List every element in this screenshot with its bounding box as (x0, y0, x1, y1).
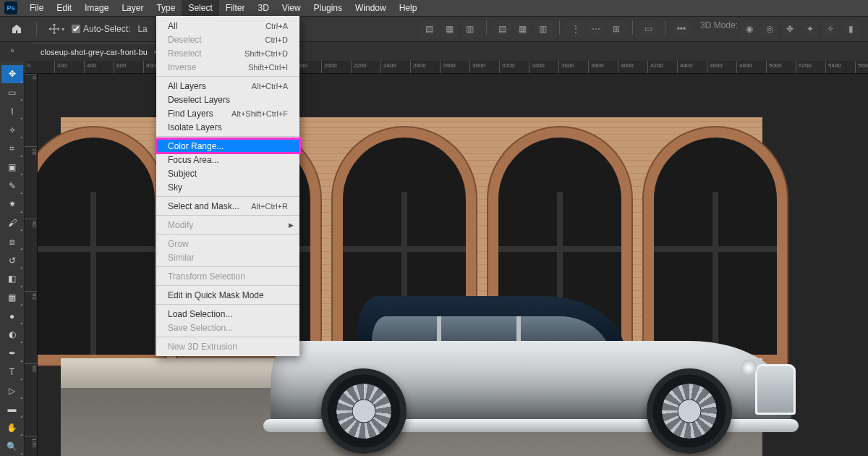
distribute-h-icon[interactable]: ⋮ (567, 20, 584, 38)
menu-3d[interactable]: 3D (251, 0, 275, 16)
ruler-tick: 200 (54, 61, 67, 74)
ruler-tick: 2400 (380, 61, 396, 74)
autoselect-input[interactable] (72, 25, 80, 33)
menuitem-shortcut: Alt+Ctrl+A (252, 82, 288, 90)
menuitem-sky[interactable]: Sky (156, 180, 299, 194)
toolbar-collapse-icon[interactable]: » (0, 42, 25, 58)
menuitem-subject[interactable]: Subject (156, 166, 299, 180)
menuitem-label: Deselect Layers (168, 95, 230, 105)
tool-zoom[interactable]: 🔍 (1, 437, 23, 455)
align-top-icon[interactable]: ▤ (494, 20, 511, 38)
menuitem-isolate-layers[interactable]: Isolate Layers (156, 120, 299, 134)
distribute-v-icon[interactable]: ⋯ (587, 20, 605, 38)
layer-dropdown[interactable]: La (137, 24, 147, 34)
menuitem-shortcut: Ctrl+D (265, 35, 288, 44)
menuitem-select-and-mask[interactable]: Select and Mask...Alt+Ctrl+R (156, 199, 299, 213)
menuitem-deselect: DeselectCtrl+D (156, 33, 299, 46)
autoselect-label: Auto-Select: (83, 24, 130, 34)
menu-select[interactable]: Select (182, 0, 218, 16)
3d-orbit-icon[interactable]: ◉ (741, 20, 758, 38)
tool-move[interactable]: ✥ (1, 65, 23, 83)
menuitem-label: Edit in Quick Mask Mode (168, 290, 264, 300)
tool-eyedrop[interactable]: ✎ (1, 177, 23, 195)
separator (559, 20, 560, 35)
menuitem-all[interactable]: AllCtrl+A (156, 19, 299, 33)
ruler-vertical: 020406080100 (25, 74, 38, 456)
3d-camera-icon[interactable]: ▮ (842, 20, 859, 38)
tool-lasso[interactable]: ⌇ (1, 102, 23, 120)
menuitem-label: Color Range... (168, 141, 224, 151)
menu-plugins[interactable]: Plugins (307, 0, 349, 16)
app-logo: Ps (4, 1, 17, 14)
3d-pan-icon[interactable]: ✥ (781, 20, 799, 38)
tool-crop[interactable]: ⌗ (1, 140, 23, 158)
tool-dodge[interactable]: ◐ (1, 326, 23, 344)
ruler-tick: 5600 (855, 61, 868, 74)
menuitem-color-range[interactable]: Color Range... (156, 139, 299, 153)
tool-pen[interactable]: ✒ (1, 345, 23, 363)
ruler-tick: 2000 (321, 61, 337, 74)
menuitem-label: Isolate Layers (168, 122, 222, 132)
tool-eraser[interactable]: ◧ (1, 270, 23, 288)
ruler-tick: 3400 (529, 61, 545, 74)
menu-window[interactable]: Window (349, 0, 393, 16)
more-icon[interactable]: ••• (673, 20, 690, 38)
menuitem-label: Save Selection... (168, 323, 233, 333)
menuitem-find-layers[interactable]: Find LayersAlt+Shift+Ctrl+F (156, 106, 299, 120)
menuitem-label: Deselect (168, 35, 202, 45)
menuitem-shortcut: Alt+Shift+Ctrl+F (231, 109, 288, 118)
menuitem-shortcut: Shift+Ctrl+D (244, 49, 288, 58)
move-tool-icon[interactable]: ▾ (48, 21, 64, 37)
ruler-tick: 4400 (677, 61, 693, 74)
submenu-arrow-icon: ▶ (289, 221, 294, 229)
menuitem-deselect-layers[interactable]: Deselect Layers (156, 93, 299, 106)
home-icon[interactable] (9, 21, 25, 37)
3d-roll-icon[interactable]: ◎ (761, 20, 778, 38)
menu-help[interactable]: Help (393, 0, 424, 16)
align-mode-icon[interactable]: ▭ (640, 20, 658, 38)
menu-layer[interactable]: Layer (115, 0, 150, 16)
menuitem-label: Select and Mask... (168, 201, 239, 211)
tool-hand[interactable]: ✋ (1, 419, 23, 437)
menu-type[interactable]: Type (150, 0, 182, 16)
menuitem-all-layers[interactable]: All LayersAlt+Ctrl+A (156, 79, 299, 93)
tool-stamp[interactable]: ⧈ (1, 232, 23, 250)
menu-edit[interactable]: Edit (50, 0, 78, 16)
separator (486, 20, 487, 35)
tool-history[interactable]: ↺ (1, 251, 23, 269)
ruler-tick: 80 (25, 363, 38, 372)
menuitem-shortcut: Shift+Ctrl+I (248, 63, 288, 72)
menu-file[interactable]: File (23, 0, 50, 16)
ruler-horizontal: 0200400600800100012001400160018002000220… (25, 61, 868, 74)
align-left-icon[interactable]: ▤ (421, 20, 438, 38)
align-bottom-icon[interactable]: ▥ (535, 20, 552, 38)
menu-separator (156, 304, 299, 305)
document-tab[interactable]: closeup-shot-grey-car-front-bu × (32, 43, 166, 61)
menuitem-reselect: ReselectShift+Ctrl+D (156, 46, 299, 60)
align-right-icon[interactable]: ▥ (461, 20, 479, 38)
ruler-tick: 3000 (469, 61, 485, 74)
tool-blur[interactable]: ● (1, 307, 23, 325)
menu-filter[interactable]: Filter (219, 0, 252, 16)
tool-heal[interactable]: ✷ (1, 195, 23, 214)
autoselect-checkbox[interactable]: Auto-Select: (72, 24, 130, 34)
distribute-icon[interactable]: ⊞ (608, 20, 625, 38)
3d-slide-icon[interactable]: ✦ (801, 20, 819, 38)
tool-shape[interactable]: ▬ (1, 400, 23, 418)
align-vcenter-icon[interactable]: ▦ (514, 20, 532, 38)
menuitem-edit-in-quick-mask-mode[interactable]: Edit in Quick Mask Mode (156, 288, 299, 302)
tool-type[interactable]: T (1, 363, 23, 381)
menu-view[interactable]: View (276, 0, 307, 16)
menuitem-focus-area[interactable]: Focus Area... (156, 153, 299, 166)
align-center-icon[interactable]: ▦ (441, 20, 459, 38)
tool-brush[interactable]: 🖌 (1, 214, 23, 232)
tool-marquee[interactable]: ▭ (1, 84, 23, 102)
tool-wand[interactable]: ✧ (1, 121, 23, 139)
3d-scale-icon[interactable]: ✧ (822, 20, 839, 38)
tool-path[interactable]: ▷ (1, 381, 23, 400)
tool-gradient[interactable]: ▦ (1, 289, 23, 307)
menu-image[interactable]: Image (78, 0, 115, 16)
menuitem-load-selection[interactable]: Load Selection... (156, 307, 299, 321)
menu-separator (156, 234, 299, 235)
tool-frame[interactable]: ▣ (1, 159, 23, 177)
